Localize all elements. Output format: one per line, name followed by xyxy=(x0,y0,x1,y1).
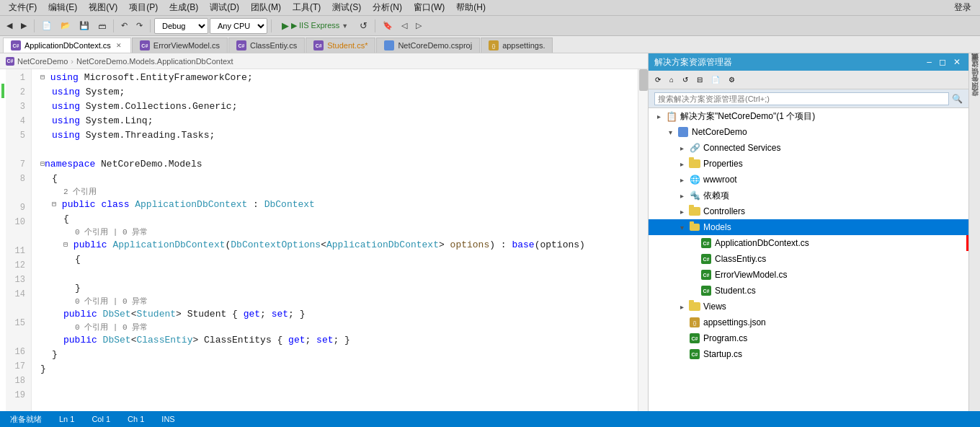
save-button[interactable]: 💾 xyxy=(76,19,93,32)
se-item-properties[interactable]: ▸ Properties xyxy=(649,156,968,172)
code-content[interactable]: ⊟ using Microsoft.EntityFrameworkCore; u… xyxy=(32,69,638,411)
menu-build[interactable]: 生成(B) xyxy=(164,0,204,15)
se-properties-button[interactable]: ⚙ xyxy=(725,74,739,86)
tab-label-applicationdbcontext: ApplicationDbContext.cs xyxy=(24,41,111,50)
folder-controllers xyxy=(689,207,700,216)
ind-spacer-1 xyxy=(0,69,6,84)
ind-sp3 xyxy=(0,113,6,127)
se-item-models[interactable]: ▾ Models xyxy=(649,219,968,235)
main-area: C# NetCoreDemo › NetCoreDemo.Models.Appl… xyxy=(0,53,980,411)
se-label-applicationdbcontext: ApplicationDbContext.cs xyxy=(715,238,809,248)
se-expand-controllers[interactable]: ▸ xyxy=(677,208,686,216)
platform-dropdown[interactable]: Any CPU x64 x86 xyxy=(210,18,267,34)
scrollbar-track[interactable] xyxy=(638,69,648,411)
menu-project[interactable]: 项目(P) xyxy=(123,0,164,15)
se-expand-project[interactable]: ▾ xyxy=(666,128,674,136)
se-expand-views[interactable]: ▸ xyxy=(677,303,686,311)
se-search-bar: 🔍 xyxy=(649,89,968,108)
se-label-connected-services: Connected Services xyxy=(703,143,780,153)
ind-sp4 xyxy=(0,127,6,141)
code-line-4: using System.Linq; xyxy=(40,114,638,128)
undo-button[interactable]: ↶ xyxy=(117,19,131,32)
menu-tools[interactable]: 工具(T) xyxy=(287,0,326,15)
code-line-2: using System; xyxy=(40,85,638,100)
se-item-connected-services[interactable]: ▸ 🔗 Connected Services xyxy=(649,140,968,156)
se-item-errorviewmodel[interactable]: ▸ C# ErrorViewModel.cs xyxy=(649,267,968,283)
prev-bookmark-button[interactable]: ◁ xyxy=(398,19,411,32)
se-expand-dependencies[interactable]: ▸ xyxy=(677,192,686,200)
scrollbar-thumb[interactable] xyxy=(639,69,648,91)
se-item-views[interactable]: ▸ Views xyxy=(649,299,968,314)
back-button[interactable]: ◀ xyxy=(3,19,16,32)
se-item-appsettings[interactable]: ▸ {} appsettings.json xyxy=(649,314,968,330)
se-item-program[interactable]: ▸ C# Program.cs xyxy=(649,330,968,346)
menu-edit[interactable]: 编辑(E) xyxy=(43,0,83,15)
tab-applicationdbcontext[interactable]: C# ApplicationDbContext.cs ✕ xyxy=(3,38,131,53)
se-item-student[interactable]: ▸ C# Student.cs xyxy=(649,283,968,299)
proj-icon-csproj xyxy=(384,40,394,50)
se-item-dependencies[interactable]: ▸ 🔩 依赖项 xyxy=(649,188,968,203)
se-item-classentiy[interactable]: ▸ C# ClassEntiy.cs xyxy=(649,251,968,267)
se-tree: ▸ 📋 解决方案"NetCoreDemo"(1 个项目) ▾ NetCoreDe… xyxy=(649,108,968,411)
menu-test[interactable]: 测试(S) xyxy=(326,0,367,15)
se-item-applicationdbcontext[interactable]: ▸ C# ApplicationDbContext.cs xyxy=(649,235,968,251)
se-show-files-button[interactable]: 📄 xyxy=(708,74,723,86)
cs-icon-student: C# xyxy=(313,40,324,50)
se-sync-button[interactable]: ⟳ xyxy=(651,74,664,86)
code-line-9: ⊟ public class ApplicationDbContext : Db… xyxy=(40,198,638,212)
wwwroot-icon: 🌐 xyxy=(689,174,700,185)
se-title: 解决方案资源管理器 xyxy=(654,56,732,69)
se-refresh-button[interactable]: ↺ xyxy=(679,74,692,86)
se-close-button[interactable]: ✕ xyxy=(951,57,963,67)
menu-file[interactable]: 文件(F) xyxy=(3,0,43,15)
config-dropdown[interactable]: Debug Release xyxy=(154,18,208,34)
forward-button[interactable]: ▶ xyxy=(17,19,30,32)
editor-area: C# NetCoreDemo › NetCoreDemo.Models.Appl… xyxy=(0,53,648,411)
views-folder-icon xyxy=(689,301,700,312)
tab-appsettings[interactable]: {} appsettings. xyxy=(481,38,553,53)
run-button[interactable]: ▶ ▶ IIS Express ▼ xyxy=(275,18,355,33)
menu-view[interactable]: 视图(V) xyxy=(83,0,123,15)
login-button[interactable]: 登录 xyxy=(948,0,977,15)
editor-content: 1 2 3 4 5 7 8 9 10 11 12 13 14 15 16 xyxy=(0,69,648,411)
folder-views xyxy=(689,302,700,311)
menu-debug[interactable]: 调试(D) xyxy=(204,0,245,15)
se-unpin-button[interactable]: ◻ xyxy=(937,57,948,67)
se-home-button[interactable]: ⌂ xyxy=(666,74,677,86)
se-item-wwwroot[interactable]: ▸ 🌐 wwwroot xyxy=(649,172,968,188)
se-expand-models[interactable]: ▾ xyxy=(677,224,686,232)
tab-classentiy[interactable]: C# ClassEntiy.cs xyxy=(228,38,305,53)
menu-window[interactable]: 窗口(W) xyxy=(408,0,450,15)
se-label-controllers: Controllers xyxy=(703,206,745,216)
open-button[interactable]: 📂 xyxy=(57,19,74,32)
code-line-12: { xyxy=(40,252,638,267)
menu-analyze[interactable]: 分析(N) xyxy=(367,0,408,15)
menu-help[interactable]: 帮助(H) xyxy=(450,0,491,15)
save-all-button[interactable]: 🗃 xyxy=(94,19,110,32)
se-solution-root[interactable]: ▸ 📋 解决方案"NetCoreDemo"(1 个项目) xyxy=(649,108,968,124)
new-project-button[interactable]: 📄 xyxy=(38,19,55,32)
se-project[interactable]: ▾ NetCoreDemo xyxy=(649,124,968,140)
redo-button[interactable]: ↷ xyxy=(133,19,146,32)
se-expand-properties[interactable]: ▸ xyxy=(677,160,686,168)
refresh-button[interactable]: ↺ xyxy=(356,18,371,33)
se-item-startup[interactable]: ▸ C# Startup.cs xyxy=(649,346,968,362)
tab-errorviewmodel[interactable]: C# ErrorViewModel.cs xyxy=(132,38,228,53)
se-expand-wwwroot[interactable]: ▸ xyxy=(677,176,686,184)
bookmark-button[interactable]: 🔖 xyxy=(379,19,396,32)
se-item-controllers[interactable]: ▸ Controllers xyxy=(649,203,968,219)
se-search-input[interactable] xyxy=(654,92,949,105)
program-cs-icon: C# xyxy=(689,333,700,344)
tab-student[interactable]: C# Student.cs* xyxy=(306,38,375,53)
solution-icon: 📋 xyxy=(666,110,677,122)
se-pin-button[interactable]: – xyxy=(925,57,934,67)
cs-icon-classentiy: C# xyxy=(236,40,246,50)
next-bookmark-button[interactable]: ▷ xyxy=(412,19,425,32)
se-expand-connected[interactable]: ▸ xyxy=(677,144,686,152)
se-expand-solution[interactable]: ▸ xyxy=(654,113,663,120)
gutter-label-3: 建议 xyxy=(970,71,980,76)
menu-team[interactable]: 团队(M) xyxy=(245,0,287,15)
se-collapse-button[interactable]: ⊟ xyxy=(693,74,706,86)
tab-close-applicationdbcontext[interactable]: ✕ xyxy=(115,41,123,50)
tab-netcoredemo-csproj[interactable]: NetCoreDemo.csproj xyxy=(376,38,480,53)
